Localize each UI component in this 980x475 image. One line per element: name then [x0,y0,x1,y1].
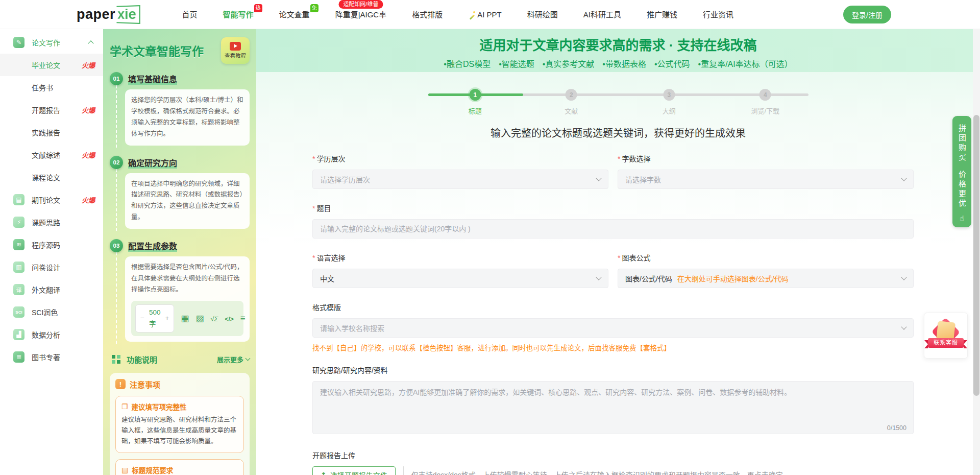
nav-label: 行业资讯 [703,10,733,19]
template-search-select[interactable]: 请输入学校名称搜索 [312,318,914,338]
notice-card-title-rules: 标题规范要求 文章标题需要 完整、准确、具体，避免过于宽泛或模糊的表述，好的标题… [115,459,244,475]
template-hint: 找不到【自己】的学校，可以联系【橙色按钮】客服，进行添加。同时也可以先生成论文，… [312,342,914,352]
page-scrollbar-thumb[interactable] [973,115,979,396]
language-select[interactable]: 中文 [312,269,608,288]
wordcount-select[interactable]: 请选择字数 [618,170,914,189]
brand-logo[interactable]: paper xie [77,6,140,23]
logo-text-xie: xie [116,5,140,24]
chevron-down-icon [901,274,906,280]
nav-item-promotion[interactable]: 推广赚钱 [634,0,690,29]
nav-label: 格式排版 [412,10,443,19]
step-title: 填写基础信息 [128,73,177,85]
sci-icon [13,306,24,318]
guide-step-1: 01 填写基础信息 选择您的学历层次（本科/硕士/博士）和学校模板，确保格式规范… [110,72,250,148]
nav-item-ai-ppt[interactable]: AI PPT [455,0,514,29]
features-section: 功能说明 展示更多 [110,354,250,365]
contact-service-widget[interactable]: 联系客服 [924,313,968,359]
nav-item-research-drawing[interactable]: 科研绘图 [514,0,571,29]
sidebar-item-questionnaire[interactable]: 问卷设计 [0,256,103,278]
label-text: 研究思路/研究内容/资料 [312,366,388,374]
guide-title: 学术文章智能写作 [110,44,204,59]
required-asterisk: * [618,254,620,262]
sidebar-item-journal-paper[interactable]: 期刊论文 火爆 [0,188,103,211]
progress-step-2: 2 [566,89,577,101]
show-more-link[interactable]: 展示更多 [217,354,250,364]
notice-card-completeness: 建议填写项完整性 建议填写研究思路、研究材料和方法三个输入框，这些信息是生成高质… [115,396,244,453]
table-icon[interactable] [181,314,189,323]
nav-item-plagiarism-check[interactable]: 论文查重免 [266,0,323,29]
sidebar-item-course-paper[interactable]: 课程论文 [0,166,103,188]
features-title: 功能说明 [127,354,157,365]
service-badge: 联系客服 [929,319,963,352]
tutorial-label: 查看教程 [225,52,246,59]
title-input[interactable] [312,219,914,239]
sidebar-item-sci-polish[interactable]: SCI润色 [0,301,103,323]
sidebar-label: 外文翻译 [32,284,60,295]
lines-icon[interactable] [240,314,246,323]
group-buy-button[interactable]: 拼团购买 价格更优 [952,116,971,227]
sidebar-item-data-analysis[interactable]: 数据分析 [0,323,103,346]
sidebar-item-book-monograph[interactable]: 图书专著 [0,346,103,368]
login-register-button[interactable]: 登录/注册 [843,6,891,23]
sidebar-item-source-code[interactable]: 程序源码 [0,233,103,256]
select-value: 中文 [320,273,334,283]
page-scrollbar-track[interactable] [973,29,980,475]
warning-icon: ! [115,379,126,389]
sidebar-label: 任务书 [32,82,53,92]
nav-item-smart-writing[interactable]: 智能写作热 [210,0,266,29]
step-number-badge: 03 [110,239,123,252]
upload-proposal-button[interactable]: 选择开题报告文件 [312,466,396,475]
research-label: 研究思路/研究内容/资料 [312,365,914,375]
logo-text-paper: paper [77,7,115,22]
guide-panel: 学术文章智能写作 查看教程 01 填写基础信息 选择您的学历层次（本科/硕士/博… [103,29,256,475]
nav-label: 智能写作 [223,10,254,19]
main-nav: 首页 智能写作热 论文查重免 降重复|AIGC率适配知网/维普 格式排版 AI … [169,0,746,29]
nav-item-ai-research-tools[interactable]: AI科研工具 [571,0,634,29]
label-text: 题目 [316,204,331,212]
minus-icon[interactable]: − [140,312,144,324]
code-icon[interactable] [225,314,233,323]
sidebar-item-paper-writing[interactable]: 论文写作 [0,31,103,54]
formula-icon[interactable] [210,314,218,323]
sidebar-item-translation[interactable]: 外文翻译 [0,278,103,301]
upload-icon [321,471,327,475]
nav-label: 推广赚钱 [647,10,677,19]
step-description: 根据需要选择是否包含图片/公式/代码，在具体要求需要在大纲处的右侧进行选择操作点… [125,256,250,342]
label-text: 图表公式 [622,254,650,262]
required-asterisk: * [312,155,315,163]
notice-card-title: 建议填写项完整性 [132,401,187,412]
sidebar-item-graduation-thesis[interactable]: 毕业论文 火爆 [0,54,103,76]
sidebar-item-task-book[interactable]: 任务书 [0,76,103,99]
select-placeholder: 请输入学校名称搜索 [320,323,384,333]
notice-title: 注意事项 [130,379,160,390]
image-icon[interactable] [195,314,204,323]
required-asterisk: * [312,204,315,212]
chart-formula-label: *图表公式 [618,252,914,263]
sidebar-item-topic-ideas[interactable]: 课题思路 [0,211,103,233]
progress-step-1[interactable]: 1 [469,89,481,101]
education-label: *学历层次 [312,153,608,163]
upload-button-label: 选择开题报告文件 [330,470,387,475]
education-select[interactable]: 请选择学历层次 [312,170,608,189]
research-textarea[interactable] [312,381,914,434]
sidebar-item-proposal-report[interactable]: 开题报告 火爆 [0,99,103,121]
label-text: 字数选择 [622,155,650,163]
nav-item-format-typeset[interactable]: 格式排版 [399,0,455,29]
sidebar-item-literature-review[interactable]: 文献综述 火爆 [0,144,103,166]
nav-item-reduce-aigc[interactable]: 降重复|AIGC率适配知网/维普 [323,0,400,29]
word-count-stepper[interactable]: − 500 字 + [135,304,174,332]
notice-section: ! 注意事项 建议填写项完整性 建议填写研究思路、研究材料和方法三个输入框，这些… [110,373,250,475]
progress-label-download: 浏览/下载 [751,106,780,115]
sidebar-item-practice-report[interactable]: 实践报告 [0,121,103,144]
nav-item-home[interactable]: 首页 [169,0,210,29]
chart-formula-select[interactable]: 图表/公式/代码 在大纲处可手动选择图表/公式/代码 [618,269,914,288]
view-tutorial-button[interactable]: 查看教程 [221,37,250,64]
label-text: 开题报告上传 [312,452,355,460]
nav-item-industry-news[interactable]: 行业资讯 [690,0,746,29]
label-text: 学历层次 [316,155,345,163]
label-text: 语言选择 [316,254,345,262]
layers-icon [13,239,24,250]
sidebar-label: 程序源码 [32,240,60,250]
plus-icon[interactable]: + [165,312,169,324]
hot-label: 火爆 [82,195,95,205]
